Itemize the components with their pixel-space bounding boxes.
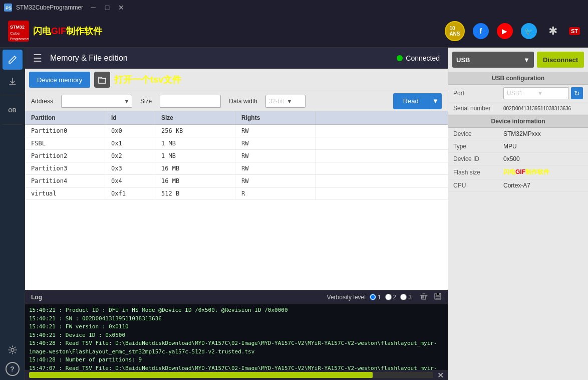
data-width-select[interactable]: 32-bit ▼ xyxy=(265,95,306,108)
address-label: Address xyxy=(31,98,53,105)
table-row[interactable]: Partition3 0x3 16 MB RW xyxy=(25,162,448,175)
port-row: Port USB1 ▼ ↻ xyxy=(448,85,588,102)
table-row[interactable]: Partition4 0x4 16 MB RW xyxy=(25,175,448,187)
device-memory-tab[interactable]: Device memory xyxy=(29,72,90,88)
svg-text:PS: PS xyxy=(6,6,12,11)
log-clear-button[interactable] xyxy=(420,292,428,302)
size-input[interactable] xyxy=(160,96,220,107)
connection-type-select[interactable]: USB ▼ xyxy=(452,52,534,68)
verbosity-3-radio[interactable] xyxy=(400,294,407,300)
serial-number-row: Serial number 002D00413139511038313636 xyxy=(448,102,588,115)
log-save-button[interactable] xyxy=(434,292,442,302)
verbosity-3-label: 3 xyxy=(408,294,412,301)
table-row[interactable]: Partition2 0x2 1 MB RW xyxy=(25,150,448,162)
star-icon[interactable]: ✱ xyxy=(545,23,561,39)
device-row: Device STM32MPxxx xyxy=(448,128,588,140)
data-width-value: 32-bit xyxy=(269,98,284,105)
watermark-text: 闪电GIF制作软件 xyxy=(33,25,102,37)
page-title: Memory & File edition xyxy=(50,54,389,63)
sidebar-item-edit[interactable] xyxy=(3,50,23,70)
verbosity-2-radio[interactable] xyxy=(385,294,392,300)
cell-size: 1 MB xyxy=(155,150,235,162)
open-file-label: 打开一个tsv文件 xyxy=(114,74,181,86)
address-input[interactable] xyxy=(62,96,122,107)
cell-partition: FSBL xyxy=(25,137,105,149)
youtube-icon[interactable]: ▶ xyxy=(497,23,513,39)
page-header: ☰ Memory & File edition Connected xyxy=(25,48,448,69)
serial-number-value: 002D00413139511038313636 xyxy=(503,106,583,111)
facebook-icon[interactable]: f xyxy=(473,23,489,39)
cell-rights: RW xyxy=(235,137,316,149)
log-line: 15:40:28 : Read TSV File: D:\BaiduNetdis… xyxy=(29,339,444,356)
device-value: STM32MPxxx xyxy=(503,130,583,137)
sidebar-item-help[interactable]: ? xyxy=(6,362,20,376)
read-button[interactable]: Read xyxy=(393,93,429,109)
table-row[interactable]: Partition0 0x0 256 KB RW xyxy=(25,125,448,137)
sidebar-item-download[interactable] xyxy=(3,72,23,92)
table-row[interactable]: virtual 0xf1 512 B R xyxy=(25,187,448,200)
cell-rights: RW xyxy=(235,150,316,162)
sidebar-item-ob[interactable]: OB xyxy=(3,100,23,120)
memory-table: Partition Id Size Rights Partition0 0x0 … xyxy=(25,111,448,290)
port-select[interactable]: USB1 ▼ xyxy=(503,87,569,99)
sidebar-divider xyxy=(3,96,22,96)
address-dropdown-arrow[interactable]: ▼ xyxy=(122,98,132,105)
open-file-area: 打开一个tsv文件 xyxy=(94,72,181,88)
log-content[interactable]: 15:40:21 : Product ID : DFU in HS Mode @… xyxy=(25,304,448,370)
disconnect-button[interactable]: Disconnect xyxy=(537,52,584,68)
svg-text:Cube: Cube xyxy=(10,31,20,36)
log-line: 15:40:21 : FW version : 0x0110 xyxy=(29,323,444,331)
col-rights: Rights xyxy=(235,111,316,124)
size-input-container xyxy=(160,95,221,108)
type-value: MPU xyxy=(503,143,583,150)
cell-id: 0x4 xyxy=(105,175,155,187)
content-area: ☰ Memory & File edition Connected Device… xyxy=(25,48,448,380)
connected-label: Connected xyxy=(406,54,440,62)
cell-rights: RW xyxy=(235,125,316,137)
refresh-button[interactable]: ↻ xyxy=(571,87,583,99)
table-row[interactable]: FSBL 0x1 1 MB RW xyxy=(25,137,448,150)
flash-size-row: Flash size 闪电GIF制作软件 xyxy=(448,165,588,179)
cell-partition: Partition2 xyxy=(25,150,105,162)
maximize-button[interactable]: □ xyxy=(101,3,113,13)
verbosity-2-option[interactable]: 2 xyxy=(385,294,397,301)
open-file-button[interactable] xyxy=(94,72,110,88)
read-dropdown-button[interactable]: ▼ xyxy=(429,93,442,109)
data-width-arrow: ▼ xyxy=(286,98,302,105)
logo-area: STM32 Cube Programmer 闪电GIF制作软件 xyxy=(8,21,102,42)
log-line: 15:40:21 : Product ID : DFU in HS Mode @… xyxy=(29,306,444,315)
minimize-button[interactable]: ─ xyxy=(87,3,99,13)
cell-size: 512 B xyxy=(155,187,235,200)
cell-id: 0x1 xyxy=(105,137,155,149)
sidebar-item-settings[interactable] xyxy=(3,340,23,360)
device-info-title: Device information xyxy=(448,115,588,128)
twitter-icon[interactable]: 🐦 xyxy=(521,23,537,39)
close-button[interactable]: ✕ xyxy=(115,3,127,13)
log-line: 15:47:07 : Read TSV File: D:\BaiduNetdis… xyxy=(29,364,444,370)
data-width-label: Data width xyxy=(229,98,257,105)
connection-type-value: USB xyxy=(456,56,470,64)
menu-icon[interactable]: ☰ xyxy=(33,52,42,64)
svg-text:Programmer: Programmer xyxy=(10,37,29,41)
cell-id: 0x3 xyxy=(105,162,155,174)
verbosity-3-option[interactable]: 3 xyxy=(400,294,412,301)
type-label: Type xyxy=(453,143,503,150)
port-value: USB1 xyxy=(507,90,535,97)
cell-partition: virtual xyxy=(25,187,105,200)
verbosity-label: Verbosity level xyxy=(327,294,366,301)
col-partition: Partition xyxy=(25,111,105,124)
window-controls: ─ □ ✕ xyxy=(87,3,127,13)
col-size: Size xyxy=(155,111,235,124)
progress-bar-background xyxy=(29,372,433,378)
verbosity-1-radio[interactable] xyxy=(370,294,376,300)
device-id-value: 0x500 xyxy=(503,155,583,162)
flash-size-value: 闪电GIF制作软件 xyxy=(503,168,583,176)
progress-close-button[interactable]: ✕ xyxy=(437,370,444,380)
cell-size: 256 KB xyxy=(155,125,235,137)
sidebar: OB ? xyxy=(0,48,25,380)
connected-dot xyxy=(397,55,403,61)
cell-partition: Partition4 xyxy=(25,175,105,187)
verbosity-1-option[interactable]: 1 xyxy=(370,294,381,301)
cell-partition: Partition0 xyxy=(25,125,105,137)
right-panel: USB ▼ Disconnect USB configuration Port … xyxy=(448,48,588,380)
